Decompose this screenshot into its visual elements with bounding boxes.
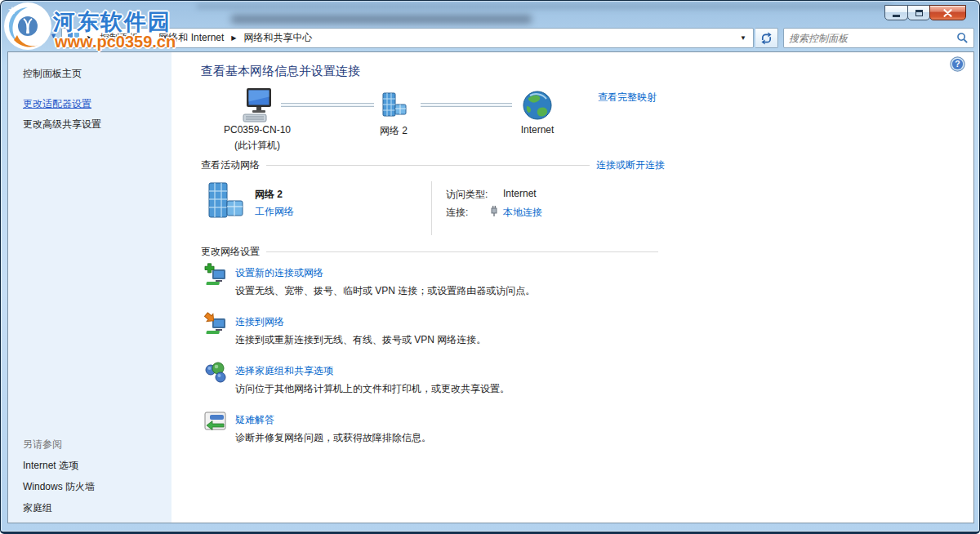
access-type-label: 访问类型: [446,188,488,202]
homegroup-icon [204,361,229,388]
active-networks-header: 查看活动网络 连接或断开连接 [201,158,665,172]
breadcrumb-item-network-and-internet[interactable]: 网络和 Internet [157,29,225,47]
vertical-divider [431,181,432,235]
refresh-button[interactable] [755,28,778,48]
sidebar-item-change-advanced-sharing[interactable]: 更改高级共享设置 [23,118,101,131]
map-connection-line [281,103,374,107]
search-input[interactable] [789,33,956,44]
minimize-button[interactable] [884,5,908,20]
local-connection-link[interactable]: 本地连接 [503,206,542,220]
control-panel-icon [67,32,80,45]
close-icon [943,9,952,17]
task-link[interactable]: 设置新的连接或网络 [235,266,323,280]
task-link[interactable]: 疑难解答 [235,413,274,427]
sidebar-item-homegroup[interactable]: 家庭组 [23,501,52,515]
titlebar[interactable] [1,1,979,25]
search-box[interactable] [783,28,974,48]
main-pane: 查看基本网络信息并设置连接 查看完整映射 PC0359-CN-10 (此计算机) [172,52,975,523]
section-divider [266,251,658,252]
active-network-name: 网络 2 [255,188,283,202]
sidebar: 控制面板主页 更改适配器设置 更改高级共享设置 另请参阅 Internet 选项… [8,52,172,523]
breadcrumb-item-control-panel[interactable]: 控制面板 [98,29,140,47]
sidebar-item-change-adapter-settings[interactable]: 更改适配器设置 [23,97,91,111]
map-computer-note: (此计算机) [208,139,306,153]
content-area: ? 控制面板主页 更改适配器设置 更改高级共享设置 另请参阅 Internet … [7,51,974,523]
active-networks-title: 查看活动网络 [201,158,260,172]
breadcrumb-arrow-icon[interactable] [82,34,98,42]
breadcrumb-arrow-icon[interactable] [140,34,157,42]
map-internet-icon[interactable] [522,90,553,123]
task-link[interactable]: 连接到网络 [235,315,284,329]
see-also-header: 另请参阅 [23,438,62,452]
task-link[interactable]: 选择家庭组和共享选项 [235,364,333,378]
active-network-icon [203,180,248,228]
maximize-icon [915,10,923,16]
page-title: 查看基本网络信息并设置连接 [201,64,360,79]
change-settings-header: 更改网络设置 [201,245,665,259]
access-type-value: Internet [503,188,537,199]
close-button[interactable] [929,5,966,20]
ethernet-plug-icon [490,205,498,219]
titlebar-glass-ghost [197,4,891,9]
maximize-button[interactable] [907,5,930,20]
section-divider [266,165,590,166]
map-computer-name: PC0359-CN-10 [208,124,306,136]
task-description: 连接到或重新连接到无线、有线、拨号或 VPN 网络连接。 [235,333,486,347]
view-full-map-link[interactable]: 查看完整映射 [598,91,657,105]
address-history-dropdown-icon[interactable] [740,34,750,42]
navigation-toolbar: 控制面板 网络和 Internet 网络和共享中心 [7,25,973,51]
connect-network-icon [204,312,229,339]
address-bar[interactable]: 控制面板 网络和 Internet 网络和共享中心 [61,28,754,48]
sidebar-item-internet-options[interactable]: Internet 选项 [23,459,78,473]
troubleshoot-icon [204,410,227,435]
task-description: 访问位于其他网络计算机上的文件和打印机，或更改共享设置。 [235,382,510,396]
search-icon [956,32,969,44]
sidebar-item-windows-firewall[interactable]: Windows 防火墙 [23,480,95,494]
map-network-icon[interactable] [378,91,409,125]
minimize-icon [893,15,900,17]
map-connection-line [421,103,512,107]
recent-pages-chevron-icon[interactable] [50,32,57,40]
breadcrumb-item-network-sharing-center[interactable]: 网络和共享中心 [243,29,314,47]
map-internet-label: Internet [497,124,578,136]
window-controls [885,5,966,20]
new-connection-icon [204,263,229,290]
map-network-label: 网络 2 [353,124,434,138]
breadcrumb-arrow-icon[interactable] [225,34,242,42]
titlebar-glass-ghost-text [231,15,532,24]
connect-disconnect-link[interactable]: 连接或断开连接 [596,158,665,172]
map-computer-icon[interactable] [240,87,276,127]
network-sharing-center-window: 控制面板 网络和 Internet 网络和共享中心 [0,0,980,534]
task-description: 诊断并修复网络问题，或获得故障排除信息。 [235,431,431,445]
connections-label: 连接: [446,206,468,220]
change-settings-title: 更改网络设置 [201,245,260,259]
sidebar-item-control-panel-home[interactable]: 控制面板主页 [23,67,82,81]
refresh-icon [760,32,773,45]
task-description: 设置无线、宽带、拨号、临时或 VPN 连接；或设置路由器或访问点。 [235,284,535,298]
network-category-link[interactable]: 工作网络 [255,205,294,219]
